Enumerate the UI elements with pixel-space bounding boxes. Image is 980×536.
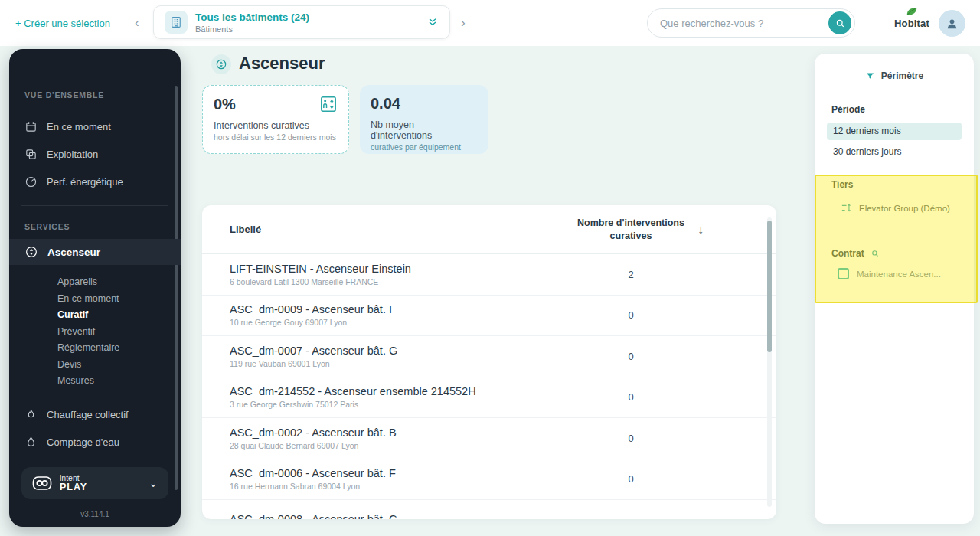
- heating-flame-icon: [24, 408, 38, 421]
- sidebar-item-chauffage-collectif[interactable]: Chauffage collectif: [24, 403, 129, 426]
- contrat-search-icon[interactable]: [871, 249, 880, 258]
- equipments-table: Libellé Nombre d'interventions curatives…: [202, 205, 776, 519]
- building-selector-subtitle: Bâtiments: [195, 25, 309, 34]
- table-scrollbar-thumb[interactable]: [767, 221, 772, 352]
- table-row[interactable]: ASC_dm-0007 - Ascenseur bât. G 119 rue V…: [202, 336, 776, 377]
- contrat-option-label: Maintenance Ascen...: [857, 268, 941, 279]
- filter-panel-title: Périmètre: [881, 70, 923, 81]
- create-selection-link[interactable]: + Créer une sélection: [15, 18, 110, 29]
- sidebar: VUE D'ENSEMBLE En ce moment Exploitation…: [9, 49, 181, 527]
- contrat-option-row: Maintenance Ascen...: [838, 268, 941, 279]
- intent-play-logo-icon: [32, 476, 52, 491]
- contrat-checkbox[interactable]: [838, 268, 849, 279]
- ascenseur-submenu: Appareils En ce moment Curatif Préventif…: [57, 274, 119, 390]
- chevron-left-icon[interactable]: ‹: [135, 16, 139, 29]
- sidebar-subitem-preventif[interactable]: Préventif: [57, 324, 119, 341]
- intervention-count: 2: [485, 269, 776, 280]
- equipment-name: ASC_dm-214552 - Ascenseur ensemble 21455…: [230, 385, 485, 397]
- equipment-name: ASC_dm-0007 - Ascenseur bât. G: [230, 345, 485, 357]
- sidebar-item-label: Exploitation: [47, 149, 98, 160]
- row-main: ASC_dm-0008 - Ascenseur bât. C: [202, 513, 485, 519]
- search-button[interactable]: [828, 11, 851, 34]
- row-main: ASC_dm-0002 - Ascenseur bât. B 28 quai C…: [202, 427, 485, 450]
- intervention-count: 0: [485, 473, 776, 485]
- sidebar-subitem-reglementaire[interactable]: Réglementaire: [57, 340, 119, 357]
- equipment-address: 10 rue George Gouy 69007 Lyon: [230, 318, 485, 327]
- intent-play-button[interactable]: intent PLAY ⌄: [21, 467, 168, 499]
- equipment-name: ASC_dm-0009 - Ascenseur bât. I: [230, 303, 485, 315]
- row-main: LIFT-EINSTEIN - Ascenseur Einstein 6 bou…: [202, 263, 485, 286]
- sidebar-item-label: Chauffage collectif: [47, 409, 129, 420]
- sidebar-item-label: Ascenseur: [47, 247, 100, 258]
- leaf-icon: [887, 6, 937, 17]
- filter-panel: Périmètre Période 12 derniers mois 30 de…: [815, 54, 974, 524]
- tiers-label: Tiers: [831, 179, 853, 190]
- sidebar-subitem-devis[interactable]: Devis: [57, 357, 119, 374]
- column-header-count-line2: curatives: [610, 230, 652, 243]
- stat-value: 0.04: [371, 95, 478, 113]
- row-main: ASC_dm-0009 - Ascenseur bât. I 10 rue Ge…: [202, 303, 485, 327]
- building-icon: [165, 11, 188, 34]
- sort-desc-icon[interactable]: ↓: [697, 221, 704, 238]
- sidebar-section-overview: VUE D'ENSEMBLE: [24, 90, 104, 100]
- sidebar-item-en-ce-moment[interactable]: En ce moment: [24, 115, 111, 138]
- stat-sublabel: curatives par équipement: [371, 142, 478, 152]
- contrat-header-row: Contrat: [831, 248, 880, 259]
- sidebar-subitem-mesures[interactable]: Mesures: [57, 373, 119, 390]
- equipment-address: 6 boulevard Latil 1300 Marseille FRANCE: [230, 277, 485, 286]
- search-input[interactable]: [660, 18, 828, 29]
- row-main: ASC_dm-214552 - Ascenseur ensemble 21455…: [202, 385, 485, 409]
- building-selector-title: Tous les bâtiments (24): [195, 11, 309, 23]
- sidebar-subitem-appareils[interactable]: Appareils: [57, 274, 119, 291]
- contrat-label: Contrat: [831, 248, 864, 259]
- table-row[interactable]: LIFT-EINSTEIN - Ascenseur Einstein 6 bou…: [202, 254, 776, 296]
- building-selector[interactable]: Tous les bâtiments (24) Bâtiments: [153, 5, 450, 39]
- column-header-count-line1: Nombre d'interventions: [577, 217, 684, 230]
- water-drop-icon: [24, 436, 38, 449]
- table-row[interactable]: ASC_dm-0006 - Ascenseur bât. F 16 rue He…: [202, 459, 776, 501]
- intervention-count: 0: [485, 351, 776, 362]
- sidebar-subitem-en-ce-moment[interactable]: En ce moment: [57, 291, 119, 308]
- chevron-down-icon: ⌄: [149, 477, 158, 489]
- table-row[interactable]: ASC_dm-214552 - Ascenseur ensemble 21455…: [202, 377, 776, 419]
- intervention-count: 0: [485, 391, 776, 403]
- periode-option-12-mois[interactable]: 12 derniers mois: [827, 123, 962, 140]
- search-icon: [835, 18, 846, 29]
- table-header: Libellé Nombre d'interventions curatives…: [202, 205, 776, 254]
- table-row[interactable]: ASC_dm-0009 - Ascenseur bât. I 10 rue Ge…: [202, 296, 776, 337]
- elevator-badge-icon: [211, 54, 231, 74]
- page-title: Ascenseur: [239, 54, 325, 74]
- sidebar-subitem-curatif[interactable]: Curatif: [57, 307, 119, 324]
- stat-label: Nb moyen d'interventions: [371, 119, 478, 141]
- sidebar-item-label: Perf. énergétique: [47, 176, 123, 188]
- sidebar-item-perf-energetique[interactable]: Perf. énergétique: [24, 170, 123, 193]
- equipment-name: ASC_dm-0002 - Ascenseur bât. B: [230, 427, 485, 439]
- row-main: ASC_dm-0007 - Ascenseur bât. G 119 rue V…: [202, 345, 485, 368]
- row-main: ASC_dm-0006 - Ascenseur bât. F 16 rue He…: [202, 467, 485, 491]
- sidebar-section-services: SERVICES: [24, 222, 70, 231]
- sidebar-item-comptage-eau[interactable]: Comptage d'eau: [24, 430, 119, 453]
- user-avatar[interactable]: [939, 10, 965, 37]
- brand-logo: Hobitat: [887, 6, 937, 29]
- tiers-value: Elevator Group (Démo): [859, 204, 950, 213]
- sidebar-scrollbar[interactable]: [175, 86, 178, 490]
- funnel-filter-icon: [865, 71, 875, 81]
- equipment-name: ASC_dm-0006 - Ascenseur bât. F: [230, 467, 485, 479]
- elevator-group-logo-icon: [841, 202, 852, 214]
- filter-panel-header: Périmètre: [815, 70, 974, 81]
- table-row[interactable]: ASC_dm-0008 - Ascenseur bât. C: [202, 500, 776, 519]
- building-selector-text: Tous les bâtiments (24) Bâtiments: [195, 11, 309, 34]
- overlapping-squares-icon: [24, 148, 38, 161]
- periode-option-30-jours[interactable]: 30 derniers jours: [827, 143, 962, 161]
- intent-play-label: intent PLAY: [60, 474, 87, 492]
- tiers-value-row[interactable]: Elevator Group (Démo): [841, 202, 950, 214]
- stat-card-interventions-curatives: 0% Interventions curatives hors délai su…: [202, 85, 349, 154]
- sidebar-item-exploitation[interactable]: Exploitation: [24, 142, 98, 165]
- top-bar: + Créer une sélection ‹ Tous les bâtimen…: [0, 0, 980, 46]
- sidebar-item-ascenseur[interactable]: Ascenseur: [9, 239, 181, 265]
- equipment-address: 28 quai Claude Bernard 69007 Lyon: [230, 441, 485, 450]
- equipment-name: ASC_dm-0008 - Ascenseur bât. C: [230, 513, 485, 519]
- global-search: [647, 8, 855, 38]
- table-row[interactable]: ASC_dm-0002 - Ascenseur bât. B 28 quai C…: [202, 418, 776, 459]
- chevron-right-icon[interactable]: ›: [461, 16, 466, 29]
